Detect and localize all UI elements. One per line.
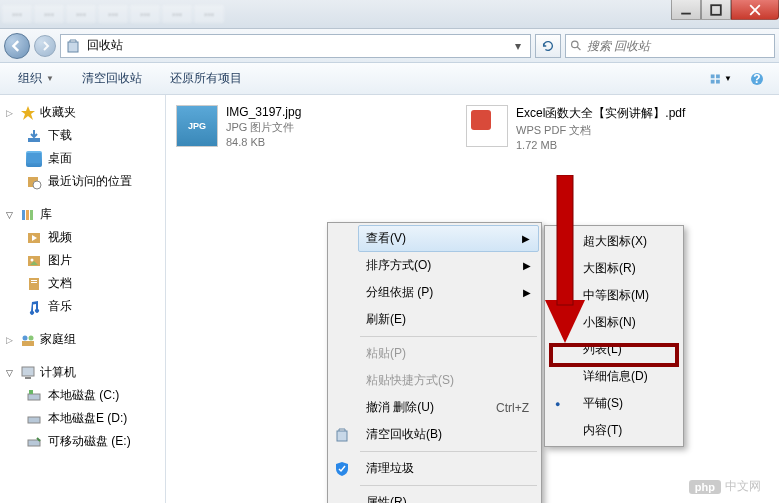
file-type: WPS PDF 文档 <box>516 123 685 138</box>
computer-icon <box>20 365 36 381</box>
context-menu: 查看(V)▶ 排序方式(O)▶ 分组依据 (P)▶ 刷新(E) 粘贴(P) 粘贴… <box>327 222 542 503</box>
music-icon <box>26 299 42 315</box>
menu-item-view[interactable]: 查看(V)▶ <box>358 225 539 252</box>
refresh-button[interactable] <box>535 34 561 58</box>
annotation-highlight-box <box>549 343 679 367</box>
file-item[interactable]: Excel函数大全【实例讲解】.pdf WPS PDF 文档 1.72 MB <box>466 105 716 151</box>
svg-line-6 <box>577 46 580 49</box>
restore-all-button[interactable]: 还原所有项目 <box>162 66 250 91</box>
forward-button[interactable] <box>34 35 56 57</box>
menu-item-paste: 粘贴(P) <box>358 340 539 367</box>
file-size: 84.8 KB <box>226 136 301 148</box>
svg-rect-8 <box>716 74 720 78</box>
sidebar-item-downloads[interactable]: 下载 <box>0 124 165 147</box>
organize-button[interactable]: 组织▼ <box>10 66 62 91</box>
file-size: 1.72 MB <box>516 139 685 151</box>
svg-rect-33 <box>28 417 40 423</box>
sidebar-item-desktop[interactable]: 桌面 <box>0 147 165 170</box>
svg-rect-18 <box>26 210 29 220</box>
svg-rect-34 <box>28 440 40 446</box>
menu-separator <box>360 336 537 337</box>
submenu-arrow-icon: ▶ <box>523 260 531 271</box>
document-icon <box>26 276 42 292</box>
library-icon <box>20 207 36 223</box>
menu-separator <box>360 451 537 452</box>
watermark-badge: php <box>689 480 721 494</box>
svg-rect-25 <box>31 282 37 283</box>
back-button[interactable] <box>4 33 30 59</box>
svg-rect-35 <box>337 431 347 441</box>
menu-item-empty-recycle[interactable]: 清空回收站(B) <box>358 421 539 448</box>
submenu-item-xlarge-icons[interactable]: 超大图标(X) <box>575 228 681 255</box>
submenu-item-tiles[interactable]: 平铺(S) <box>575 390 681 417</box>
address-bar: 回收站 ▾ <box>0 29 779 63</box>
submenu-arrow-icon: ▶ <box>523 287 531 298</box>
recycle-bin-icon <box>65 38 81 54</box>
empty-recycle-button[interactable]: 清空回收站 <box>74 66 150 91</box>
submenu-item-details[interactable]: 详细信息(D) <box>575 363 681 390</box>
sidebar-item-disk-c[interactable]: 本地磁盘 (C:) <box>0 384 165 407</box>
menu-item-properties[interactable]: 属性(R) <box>358 489 539 503</box>
sidebar-favorites[interactable]: ▷ 收藏夹 <box>0 101 165 124</box>
view-options-button[interactable]: ▼ <box>709 68 733 90</box>
svg-rect-30 <box>25 377 31 379</box>
disk-icon <box>26 411 42 427</box>
menu-item-paste-shortcut: 粘贴快捷方式(S) <box>358 367 539 394</box>
svg-rect-31 <box>28 394 40 400</box>
submenu-item-content[interactable]: 内容(T) <box>575 417 681 444</box>
sidebar-item-documents[interactable]: 文档 <box>0 272 165 295</box>
menu-item-sort[interactable]: 排序方式(O)▶ <box>358 252 539 279</box>
watermark-text: 中文网 <box>725 478 761 495</box>
sidebar-item-pictures[interactable]: 图片 <box>0 249 165 272</box>
svg-rect-32 <box>29 390 33 394</box>
sidebar-item-recent[interactable]: 最近访问的位置 <box>0 170 165 193</box>
close-button[interactable] <box>731 0 779 20</box>
shield-icon <box>334 461 350 477</box>
title-bar: ····················· <box>0 0 779 29</box>
sidebar-item-videos[interactable]: 视频 <box>0 226 165 249</box>
blurred-tabs: ····················· <box>2 5 224 23</box>
recent-icon <box>26 174 42 190</box>
svg-text:?: ? <box>753 72 760 86</box>
address-field[interactable]: 回收站 ▾ <box>60 34 531 58</box>
submenu-item-medium-icons[interactable]: 中等图标(M) <box>575 282 681 309</box>
file-name: IMG_3197.jpg <box>226 105 301 119</box>
location-text: 回收站 <box>87 37 123 54</box>
submenu-item-large-icons[interactable]: 大图标(R) <box>575 255 681 282</box>
svg-rect-10 <box>716 79 720 83</box>
svg-rect-28 <box>22 341 34 346</box>
sidebar-libraries[interactable]: ▽ 库 <box>0 203 165 226</box>
menu-item-refresh[interactable]: 刷新(E) <box>358 306 539 333</box>
search-field[interactable] <box>565 34 775 58</box>
file-item[interactable]: JPG IMG_3197.jpg JPG 图片文件 84.8 KB <box>176 105 426 148</box>
sidebar-homegroup[interactable]: ▷ 家庭组 <box>0 328 165 351</box>
menu-separator <box>360 485 537 486</box>
navigation-pane: ▷ 收藏夹 下载 桌面 最近访问的位置 ▽ 库 视频 图片 文档 音乐 ▷ 家庭… <box>0 95 166 503</box>
submenu-item-small-icons[interactable]: 小图标(N) <box>575 309 681 336</box>
submenu-arrow-icon: ▶ <box>522 233 530 244</box>
hotkey-label: Ctrl+Z <box>496 401 529 415</box>
menu-item-groupby[interactable]: 分组依据 (P)▶ <box>358 279 539 306</box>
removable-disk-icon <box>26 434 42 450</box>
svg-rect-9 <box>711 79 715 83</box>
sidebar-item-disk-d[interactable]: 本地磁盘E (D:) <box>0 407 165 430</box>
watermark: php 中文网 <box>689 478 761 495</box>
sidebar-item-music[interactable]: 音乐 <box>0 295 165 318</box>
menu-item-clean-junk[interactable]: 清理垃圾 <box>358 455 539 482</box>
search-input[interactable] <box>587 39 770 53</box>
menu-item-undo-delete[interactable]: 撤消 删除(U)Ctrl+Z <box>358 394 539 421</box>
chevron-down-icon: ▼ <box>46 74 54 83</box>
address-dropdown-icon[interactable]: ▾ <box>510 39 526 53</box>
svg-rect-19 <box>30 210 33 220</box>
sidebar-item-removable[interactable]: 可移动磁盘 (E:) <box>0 430 165 453</box>
sidebar-computer[interactable]: ▽ 计算机 <box>0 361 165 384</box>
help-button[interactable]: ? <box>745 68 769 90</box>
svg-rect-1 <box>711 5 721 15</box>
svg-rect-24 <box>31 280 37 281</box>
file-type: JPG 图片文件 <box>226 120 301 135</box>
maximize-button[interactable] <box>701 0 731 20</box>
svg-rect-4 <box>68 42 78 52</box>
minimize-button[interactable] <box>671 0 701 20</box>
svg-point-22 <box>31 258 34 261</box>
annotation-arrow <box>545 175 585 345</box>
